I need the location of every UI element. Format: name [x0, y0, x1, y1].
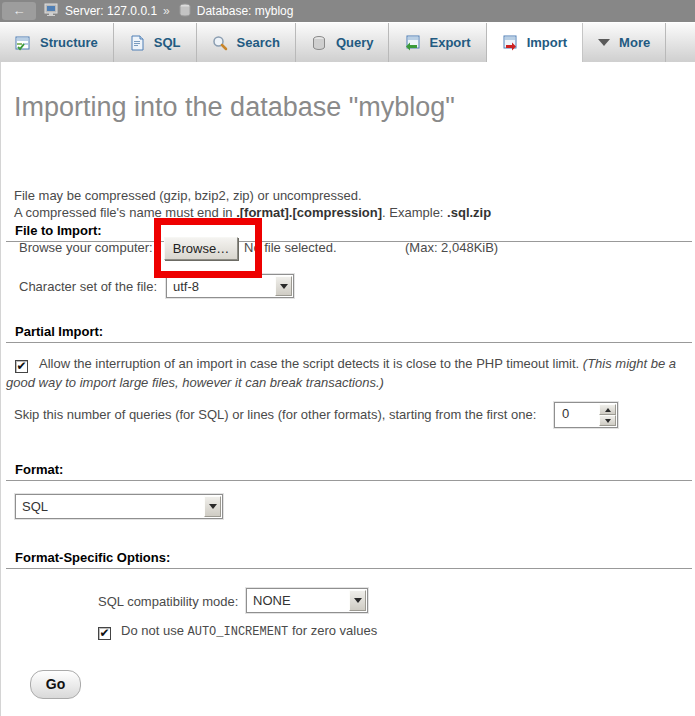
sql-compat-select[interactable]: NONE — [246, 588, 368, 613]
allow-interruption-row: ✔Allow the interruption of an import in … — [6, 354, 689, 392]
no-file-selected-text: No file selected. — [244, 240, 337, 255]
section-format-specific-options: Format-Specific Options: — [6, 550, 692, 569]
breadcrumb-database[interactable]: Database: myblog — [197, 4, 294, 18]
tab-more-label: More — [619, 35, 650, 50]
line2-mid: . Example: — [382, 205, 447, 220]
format-select[interactable]: SQL — [15, 494, 223, 519]
tab-sql[interactable]: SQL — [114, 23, 197, 62]
tab-structure-label: Structure — [40, 35, 98, 50]
charset-label: Character set of the file: — [19, 279, 157, 294]
max-size-text: (Max: 2,048KiB) — [405, 240, 498, 255]
tab-import[interactable]: Import — [487, 23, 583, 62]
allow-interruption-checkbox[interactable]: ✔ — [15, 360, 28, 373]
sql-compat-dropdown-arrow-icon[interactable] — [349, 590, 366, 611]
import-icon — [502, 35, 518, 51]
tab-import-label: Import — [527, 35, 567, 50]
breadcrumb-server[interactable]: Server: 127.0.0.1 — [65, 4, 157, 18]
line2-prefix: A compressed file's name must end in — [14, 205, 236, 220]
query-icon — [311, 35, 327, 51]
breadcrumb-separator: » — [163, 4, 170, 18]
tab-more[interactable]: More — [583, 23, 666, 62]
structure-icon — [15, 35, 31, 51]
section-partial-import: Partial Import: — [6, 324, 692, 343]
server-icon — [44, 3, 60, 20]
go-button[interactable]: Go — [30, 670, 81, 699]
charset-dropdown-arrow-icon[interactable] — [275, 276, 292, 296]
breadcrumb-bar: ← Server: 127.0.0.1 » Database: myblog — [0, 0, 695, 22]
page-title: Importing into the database "myblog" — [14, 92, 455, 123]
format-selected-value: SQL — [16, 499, 203, 514]
tab-bar: Structure SQL Search Query Export Import… — [0, 22, 695, 62]
skip-queries-spinner — [599, 404, 616, 426]
skip-queries-value: 0 — [555, 403, 598, 427]
line2-format-spec: .[format].[compression] — [236, 205, 382, 220]
tab-search-label: Search — [237, 35, 280, 50]
auto-increment-suffix: for zero values — [288, 623, 377, 638]
tab-query[interactable]: Query — [296, 23, 390, 62]
line2-example: .sql.zip — [447, 205, 491, 220]
tab-export[interactable]: Export — [389, 23, 486, 62]
auto-increment-checkbox[interactable]: ✔ — [98, 627, 111, 640]
chevron-down-icon — [598, 39, 610, 46]
allow-interruption-text: Allow the interruption of an import in c… — [39, 356, 583, 371]
sql-compat-label: SQL compatibility mode: — [98, 594, 238, 609]
tab-sql-label: SQL — [154, 35, 181, 50]
database-icon — [178, 3, 192, 20]
tab-search[interactable]: Search — [197, 23, 296, 62]
charset-selected-value: utf-8 — [167, 279, 274, 294]
export-icon — [404, 35, 420, 51]
tab-export-label: Export — [429, 35, 470, 50]
skip-queries-label: Skip this number of queries (for SQL) or… — [14, 407, 536, 422]
search-icon — [212, 35, 228, 51]
format-dropdown-arrow-icon[interactable] — [204, 496, 221, 517]
auto-increment-prefix: Do not use — [121, 623, 188, 638]
browse-label: Browse your computer: — [19, 240, 153, 255]
auto-increment-row: ✔Do not use AUTO_INCREMENT for zero valu… — [98, 623, 377, 640]
tab-query-label: Query — [336, 35, 374, 50]
spinner-up-icon[interactable] — [599, 404, 616, 415]
nav-back-button[interactable]: ← — [2, 2, 36, 20]
skip-queries-input[interactable]: 0 — [554, 402, 618, 428]
sql-icon — [129, 35, 145, 51]
spinner-down-icon[interactable] — [599, 415, 616, 426]
compression-line2: A compressed file's name must end in .[f… — [14, 205, 491, 220]
sql-compat-selected-value: NONE — [247, 593, 348, 608]
compression-line1: File may be compressed (gzip, bzip2, zip… — [14, 188, 362, 203]
tab-structure[interactable]: Structure — [0, 23, 114, 62]
section-format: Format: — [6, 462, 692, 481]
charset-select[interactable]: utf-8 — [166, 274, 294, 298]
main-content: Importing into the database "myblog" Fil… — [0, 62, 695, 716]
auto-increment-code: AUTO_INCREMENT — [188, 625, 289, 639]
browse-button[interactable]: Browse… — [164, 237, 238, 260]
